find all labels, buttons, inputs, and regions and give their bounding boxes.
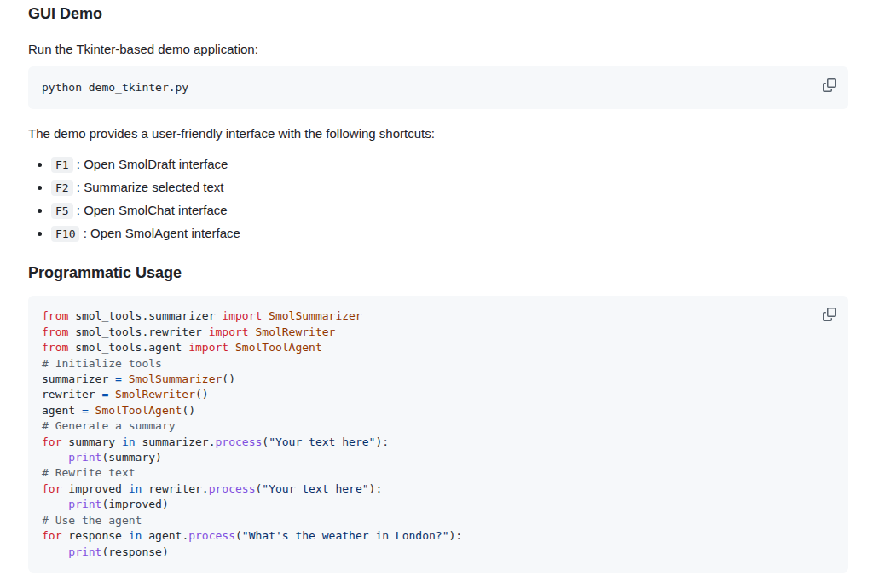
kbd-f1: F1 [51,157,73,173]
readme-article: GUI Demo Run the Tkinter-based demo appl… [0,0,873,573]
list-item-shortcut-f5: F5 : Open SmolChat interface [51,202,848,219]
paragraph-run-demo: Run the Tkinter-based demo application: [28,41,848,58]
code-block-python: from smol_tools.summarizer import SmolSu… [28,296,848,573]
copy-button[interactable] [818,73,841,97]
copy-button[interactable] [818,303,841,326]
shortcut-desc: : Open SmolAgent interface [79,226,240,240]
code-content-shell: python demo_tkinter.py [28,66,848,109]
kbd-f5: F5 [51,203,73,219]
kbd-f2: F2 [51,180,73,196]
heading-gui-demo: GUI Demo [28,4,848,24]
shortcut-desc: : Summarize selected text [73,180,224,194]
code-block-shell: python demo_tkinter.py [28,66,848,109]
shortcut-desc: : Open SmolDraft interface [73,157,228,171]
copy-icon [823,308,836,321]
kbd-f10: F10 [51,226,79,242]
list-item-shortcut-f10: F10 : Open SmolAgent interface [51,225,848,242]
copy-icon [823,78,836,92]
shortcuts-list: F1 : Open SmolDraft interface F2 : Summa… [28,156,848,242]
paragraph-shortcuts-intro: The demo provides a user-friendly interf… [28,125,848,142]
list-item-shortcut-f1: F1 : Open SmolDraft interface [51,156,848,173]
heading-programmatic-usage: Programmatic Usage [28,263,848,283]
shortcut-desc: : Open SmolChat interface [73,203,228,217]
list-item-shortcut-f2: F2 : Summarize selected text [51,179,848,196]
code-content-python: from smol_tools.summarizer import SmolSu… [28,296,848,573]
